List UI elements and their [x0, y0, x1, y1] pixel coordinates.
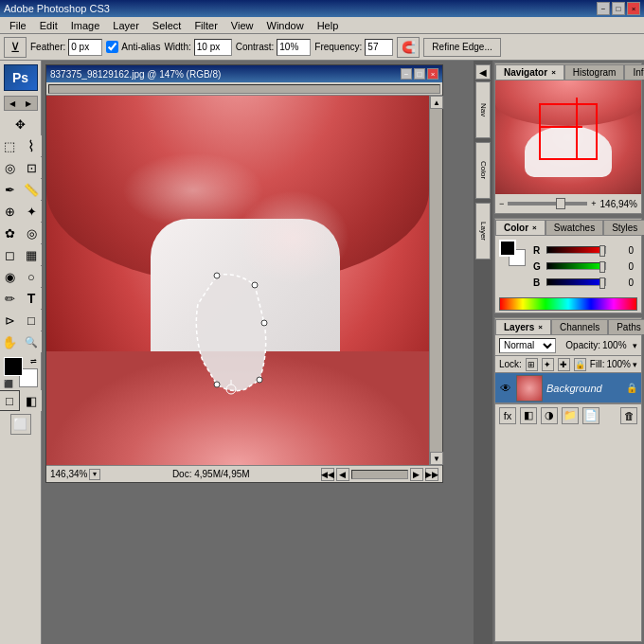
fg-bg-colors[interactable]: ⇌ ⬛	[4, 357, 38, 387]
nav-next[interactable]: ▶	[410, 468, 423, 481]
menu-help[interactable]: Help	[312, 19, 345, 32]
doc-vscroll[interactable]: ▲ ▼	[429, 96, 442, 465]
zoom-out-icon[interactable]: −	[499, 199, 504, 208]
menu-layer[interactable]: Layer	[107, 19, 145, 32]
new-layer-btn[interactable]: 📄	[582, 407, 599, 424]
tab-histogram[interactable]: Histogram	[564, 64, 625, 80]
color-strip-label[interactable]: Color	[475, 142, 491, 199]
lock-position-btn[interactable]: ✚	[558, 358, 570, 371]
zoom-menu[interactable]: ▾	[89, 469, 100, 480]
nav-last[interactable]: ▶▶	[425, 468, 438, 481]
close-button[interactable]: ×	[627, 2, 640, 15]
tab-info[interactable]: Info	[624, 64, 644, 80]
eyedropper-tool[interactable]: ✒	[0, 179, 20, 200]
clone-stamp-tool[interactable]: ✿	[0, 223, 20, 243]
doc-hscroll-top[interactable]	[46, 82, 442, 96]
blur-tool[interactable]: ◉	[0, 266, 20, 287]
menu-view[interactable]: View	[225, 19, 259, 32]
dodge-tool[interactable]: ○	[21, 266, 42, 287]
screen-mode-button[interactable]: ⬜	[10, 414, 31, 435]
nav-first[interactable]: ◀◀	[321, 468, 334, 481]
doc-close[interactable]: ×	[427, 68, 438, 80]
frequency-input[interactable]	[365, 39, 393, 56]
magnet-icon[interactable]: 🧲	[397, 37, 420, 58]
g-slider[interactable]	[546, 262, 606, 270]
g-slider-thumb[interactable]	[599, 261, 605, 273]
shape-tool[interactable]: □	[21, 310, 42, 331]
new-adjustment-btn[interactable]: ◑	[541, 407, 558, 424]
foreground-color-swatch[interactable]	[4, 357, 23, 376]
tab-swatches[interactable]: Swatches	[546, 220, 603, 235]
nav-progress[interactable]	[351, 470, 408, 479]
contrast-input[interactable]	[277, 39, 311, 56]
tab-navigator[interactable]: Navigator ×	[495, 64, 564, 80]
navigator-tab-close[interactable]: ×	[551, 68, 556, 77]
layers-tab-close[interactable]: ×	[538, 323, 543, 331]
b-slider[interactable]	[546, 278, 606, 286]
refine-edge-button[interactable]: Refine Edge...	[423, 38, 500, 57]
brush-tool[interactable]: ✦	[21, 201, 42, 222]
color-tab-close[interactable]: ×	[532, 224, 537, 232]
width-input[interactable]	[194, 39, 232, 56]
tab-paths[interactable]: Paths	[608, 319, 644, 334]
default-colors-icon[interactable]: ⬛	[4, 380, 11, 387]
hscroll-track-top[interactable]	[48, 84, 440, 94]
fg-color-box[interactable]	[499, 240, 516, 257]
doc-minimize[interactable]: −	[401, 68, 412, 80]
delete-layer-btn[interactable]: 🗑	[620, 407, 637, 424]
panel-control-strip[interactable]: ◀ ▶	[4, 96, 38, 111]
add-mask-btn[interactable]: ◧	[520, 407, 537, 424]
zoom-in-icon[interactable]: +	[591, 199, 596, 208]
navigator-thumbnail[interactable]	[495, 80, 641, 194]
tab-layers[interactable]: Layers ×	[495, 319, 551, 334]
zoom-tool[interactable]: 🔍	[21, 331, 42, 352]
navigator-strip-label[interactable]: Nav	[475, 81, 491, 138]
vscroll-track[interactable]	[430, 109, 442, 452]
color-fg-bg-swatches[interactable]	[499, 240, 526, 266]
lasso-tool[interactable]: ⌇	[21, 135, 42, 156]
window-controls[interactable]: − □ ×	[597, 2, 640, 15]
gradient-tool[interactable]: ▦	[21, 244, 42, 265]
blend-mode-select[interactable]: Normal	[499, 338, 556, 353]
hand-tool[interactable]: ✋	[0, 331, 20, 352]
tool-selector[interactable]: ⊻	[4, 37, 27, 58]
r-slider[interactable]	[546, 246, 606, 254]
nav-viewport-box[interactable]	[539, 103, 598, 160]
menu-image[interactable]: Image	[65, 19, 106, 32]
tab-color[interactable]: Color ×	[495, 220, 546, 235]
opacity-arrow[interactable]: ▾	[633, 341, 637, 350]
swap-colors-icon[interactable]: ⇌	[30, 357, 38, 365]
layer-eye-icon[interactable]: 👁	[499, 382, 512, 395]
color-spectrum-bar[interactable]	[499, 297, 637, 311]
crop-tool[interactable]: ⊡	[21, 157, 42, 178]
move-tool[interactable]: ✥	[10, 114, 31, 134]
tab-channels[interactable]: Channels	[551, 319, 608, 334]
maximize-button[interactable]: □	[612, 2, 625, 15]
background-layer[interactable]: 👁 Background 🔒	[495, 373, 641, 403]
standard-mode[interactable]: □	[0, 390, 20, 411]
r-slider-thumb[interactable]	[599, 245, 605, 257]
lock-paint-btn[interactable]: ✦	[542, 358, 554, 371]
menu-select[interactable]: Select	[147, 19, 188, 32]
doc-maximize[interactable]: □	[414, 68, 425, 80]
minimize-button[interactable]: −	[597, 2, 610, 15]
fill-arrow[interactable]: ▾	[633, 360, 637, 369]
tab-styles[interactable]: Styles	[603, 220, 644, 235]
vscroll-down[interactable]: ▼	[430, 452, 443, 465]
new-group-btn[interactable]: 📁	[562, 407, 579, 424]
nav-prev[interactable]: ◀	[336, 468, 349, 481]
menu-filter[interactable]: Filter	[188, 19, 223, 32]
panel-expand-btn[interactable]: ◀	[475, 64, 491, 80]
eraser-tool[interactable]: ◻	[0, 244, 20, 265]
pen-tool[interactable]: ✏	[0, 288, 20, 309]
path-select-tool[interactable]: ⊳	[0, 310, 20, 331]
layers-strip-label[interactable]: Layer	[475, 203, 491, 259]
marquee-tool[interactable]: ⬚	[0, 135, 20, 156]
document-canvas[interactable]	[46, 96, 429, 465]
zoom-slider-thumb[interactable]	[556, 198, 565, 209]
b-slider-thumb[interactable]	[599, 277, 605, 289]
vscroll-up[interactable]: ▲	[430, 96, 443, 109]
add-style-btn[interactable]: fx	[499, 407, 516, 424]
menu-file[interactable]: File	[4, 19, 32, 32]
lock-all-btn[interactable]: 🔒	[574, 358, 586, 371]
